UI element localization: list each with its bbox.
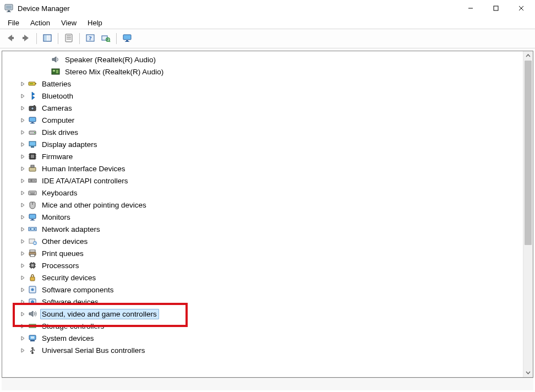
- statusbar: [2, 378, 533, 390]
- svg-rect-75: [31, 264, 34, 266]
- maximize-button[interactable]: [483, 0, 509, 17]
- sound-icon: [28, 309, 37, 318]
- expand-toggle[interactable]: [19, 346, 26, 354]
- expand-toggle[interactable]: [19, 165, 26, 172]
- toolbar: ?: [0, 29, 535, 48]
- toolbar-forward-button[interactable]: [19, 31, 33, 46]
- other-icon: ?: [28, 237, 37, 246]
- tree-item[interactable]: Software components: [2, 284, 523, 296]
- expand-toggle[interactable]: [19, 310, 26, 318]
- menu-help[interactable]: Help: [82, 18, 108, 28]
- expand-toggle[interactable]: [19, 213, 26, 221]
- expand-toggle[interactable]: [19, 286, 26, 293]
- tree-item-label: Universal Serial Bus controllers: [40, 345, 148, 356]
- expand-toggle[interactable]: [19, 334, 26, 342]
- expand-toggle[interactable]: [19, 298, 26, 306]
- expand-toggle[interactable]: [19, 201, 26, 209]
- expand-toggle[interactable]: [19, 116, 26, 124]
- cpu-icon: [28, 261, 37, 270]
- scroll-up-button[interactable]: [523, 51, 533, 61]
- tree-item-label: IDE ATA/ATAPI controllers: [40, 176, 130, 186]
- svg-point-89: [30, 325, 31, 326]
- menu-view[interactable]: View: [56, 18, 82, 28]
- tree-item[interactable]: IDE ATA/ATAPI controllers: [2, 175, 523, 187]
- svg-rect-39: [29, 141, 36, 146]
- expand-toggle[interactable]: [19, 153, 26, 160]
- tree-item[interactable]: Computer: [2, 114, 523, 126]
- device-manager-window: Device Manager File Action View Help: [0, 0, 535, 392]
- expand-toggle[interactable]: [19, 237, 26, 245]
- toolbar-scan-button[interactable]: [99, 31, 113, 46]
- svg-rect-36: [30, 123, 35, 124]
- toolbar-separator: [36, 33, 37, 44]
- expand-toggle[interactable]: [19, 225, 26, 233]
- svg-rect-24: [125, 41, 129, 42]
- expand-toggle[interactable]: [19, 128, 26, 136]
- close-button[interactable]: [509, 0, 534, 17]
- expand-toggle[interactable]: [19, 104, 26, 112]
- tree-item[interactable]: Cameras: [2, 102, 523, 114]
- tree-item[interactable]: Keyboards: [2, 187, 523, 199]
- expand-toggle[interactable]: [19, 140, 26, 148]
- vertical-scrollbar[interactable]: [523, 51, 533, 377]
- menu-action[interactable]: Action: [25, 18, 56, 28]
- svg-rect-84: [30, 277, 35, 281]
- scroll-down-button[interactable]: [523, 368, 533, 377]
- sound-card-icon: [51, 67, 60, 76]
- arrow-left-icon: [6, 33, 15, 45]
- software-component-icon: [28, 285, 37, 294]
- tree-item[interactable]: Monitors: [2, 211, 523, 223]
- tree-item[interactable]: Network adapters: [2, 223, 523, 235]
- tree-item[interactable]: Sound, video and game controllers: [2, 308, 523, 320]
- toolbar-show-tree-button[interactable]: [40, 31, 54, 46]
- toolbar-properties-button[interactable]: [62, 31, 76, 46]
- tree-item[interactable]: Storage controllers: [2, 320, 523, 332]
- scroll-track[interactable]: [523, 61, 533, 368]
- expand-toggle[interactable]: [19, 274, 26, 281]
- svg-point-96: [30, 351, 31, 352]
- tree-item[interactable]: Firmware: [2, 150, 523, 162]
- tree-item[interactable]: Human Interface Devices: [2, 162, 523, 175]
- tree-item[interactable]: Software devices: [2, 296, 523, 308]
- tree-item[interactable]: Stereo Mix (Realtek(R) Audio): [2, 66, 523, 78]
- tree-item[interactable]: Display adapters: [2, 138, 523, 150]
- expand-toggle[interactable]: [19, 177, 26, 184]
- toolbar-back-button[interactable]: [3, 31, 18, 46]
- menu-file[interactable]: File: [2, 18, 25, 28]
- expand-toggle[interactable]: [19, 80, 26, 88]
- toolbar-separator: [116, 33, 117, 44]
- tree-item-label: Speaker (Realtek(R) Audio): [63, 55, 158, 65]
- svg-rect-11: [44, 35, 47, 41]
- expand-toggle[interactable]: [19, 249, 26, 257]
- tree-item[interactable]: ?Other devices: [2, 235, 523, 247]
- chevron-up-icon: [526, 52, 531, 60]
- tree-item[interactable]: Batteries: [2, 78, 523, 90]
- device-tree[interactable]: Speaker (Realtek(R) Audio)Stereo Mix (Re…: [2, 51, 523, 364]
- tree-item[interactable]: Processors: [2, 259, 523, 271]
- svg-rect-42: [31, 155, 34, 158]
- expand-toggle[interactable]: [19, 92, 26, 100]
- tree-item[interactable]: Security devices: [2, 271, 523, 284]
- expand-toggle[interactable]: [19, 322, 26, 330]
- tree-item[interactable]: System devices: [2, 332, 523, 344]
- toolbar-add-legacy-button[interactable]: [120, 31, 134, 46]
- help-icon: ?: [85, 33, 95, 45]
- tree-item[interactable]: Mice and other pointing devices: [2, 199, 523, 211]
- minimize-button[interactable]: [458, 0, 483, 17]
- expand-toggle[interactable]: [19, 189, 26, 197]
- svg-rect-60: [30, 194, 35, 194]
- tree-item[interactable]: Speaker (Realtek(R) Audio): [2, 53, 523, 66]
- svg-point-53: [34, 180, 35, 181]
- tree-item[interactable]: Disk drives: [2, 126, 523, 138]
- tree-item-label: Sound, video and game controllers: [40, 309, 159, 319]
- expand-toggle[interactable]: [19, 262, 26, 269]
- tree-item[interactable]: Bluetooth: [2, 90, 523, 102]
- tree-item[interactable]: Universal Serial Bus controllers: [2, 344, 523, 356]
- scroll-thumb[interactable]: [525, 61, 532, 245]
- tree-item[interactable]: Print queues: [2, 247, 523, 259]
- tree-pane-icon: [42, 33, 52, 45]
- toolbar-help-button[interactable]: ?: [83, 31, 97, 46]
- tree-item-label: Software devices: [40, 297, 101, 307]
- mouse-icon: [28, 200, 37, 209]
- speaker-icon: [51, 55, 60, 64]
